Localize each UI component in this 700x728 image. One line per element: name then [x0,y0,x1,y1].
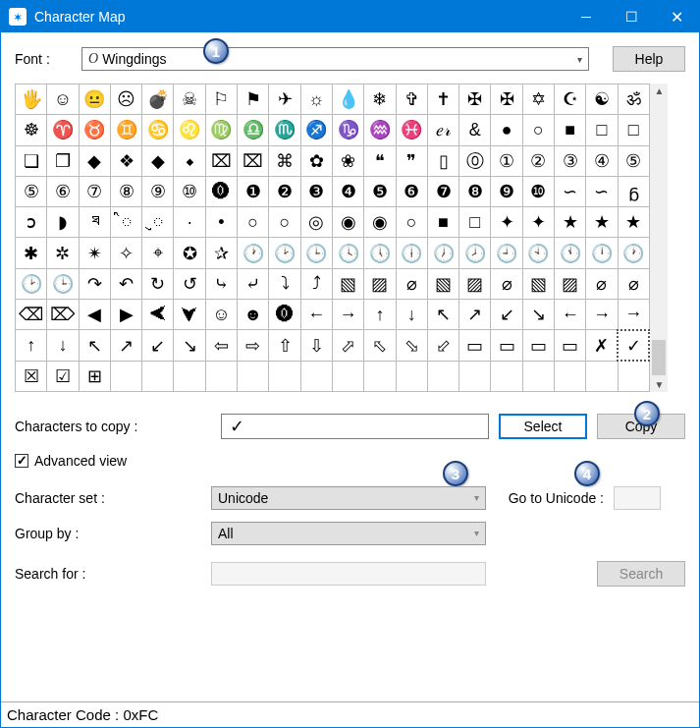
char-cell[interactable]: □ [459,207,491,238]
char-cell[interactable]: ⊞ [79,361,110,391]
char-cell[interactable]: ▨ [459,268,491,299]
char-cell[interactable]: ← [300,300,332,330]
char-cell[interactable]: ❺ [364,176,396,206]
char-cell[interactable]: ② [522,145,554,176]
char-cell[interactable]: ུ [142,207,174,238]
char-cell[interactable]: ✿ [300,145,332,176]
char-cell[interactable]: 🕒 [47,268,79,299]
char-cell[interactable]: 🕐 [618,238,649,268]
char-cell[interactable]: ↙ [142,330,174,361]
char-cell[interactable]: 🖐 [16,84,47,115]
char-cell[interactable]: 🕔 [364,238,396,268]
char-cell[interactable]: ▭ [459,330,491,361]
char-cell[interactable]: ↻ [142,268,174,299]
char-cell[interactable]: ❐ [47,145,79,176]
char-cell[interactable] [396,361,427,391]
font-combo[interactable]: O Wingdings ▾ [81,47,589,71]
scroll-up-icon[interactable]: ▲ [654,85,664,96]
char-cell[interactable]: ⤵ [269,268,300,299]
char-cell[interactable]: → [618,300,649,330]
char-cell[interactable]: ∽ [586,176,618,206]
char-cell[interactable]: ☺ [205,300,237,330]
char-cell[interactable]: 𝑒𝓇 [427,115,458,145]
char-cell[interactable]: ♓ [396,115,427,145]
char-cell[interactable]: 🕖 [427,238,458,268]
char-cell[interactable]: ✝ [427,84,458,115]
char-cell[interactable]: ↖ [427,300,458,330]
char-cell[interactable]: ☪ [555,84,586,115]
char-cell[interactable]: → [332,300,363,330]
char-cell[interactable]: & [459,115,491,145]
minimize-button[interactable]: ─ [564,1,609,32]
char-cell[interactable]: ☻ [238,300,269,330]
char-cell[interactable]: ⓪ [459,145,491,176]
char-cell[interactable]: ⮜ [142,300,174,330]
char-cell[interactable]: ○ [269,207,300,238]
char-cell[interactable]: 🕕 [396,238,427,268]
char-cell[interactable]: ❏ [16,145,47,176]
char-cell[interactable] [522,361,554,391]
char-cell[interactable]: 🕘 [491,238,522,268]
help-button[interactable]: Help [613,46,685,72]
char-cell[interactable]: ♉ [79,115,110,145]
char-cell[interactable]: ↷ [79,268,110,299]
char-cell[interactable]: ཐ [79,207,110,238]
char-cell[interactable]: ✪ [174,238,205,268]
char-cell[interactable]: ▭ [522,330,554,361]
char-cell[interactable]: ☼ [300,84,332,115]
char-cell[interactable]: ◎ [300,207,332,238]
char-cell[interactable]: ▭ [555,330,586,361]
char-cell[interactable]: 🕑 [269,238,300,268]
char-cell[interactable] [300,361,332,391]
char-cell[interactable]: ⌘ [269,145,300,176]
char-cell[interactable]: 🕚 [555,238,586,268]
char-cell[interactable]: ★ [586,207,618,238]
char-cell[interactable]: ♍ [205,115,237,145]
char-cell[interactable]: ✴ [79,238,110,268]
char-cell[interactable]: ❸ [300,176,332,206]
char-cell[interactable]: ♈ [47,115,79,145]
advanced-view-checkbox[interactable]: ✓ [15,454,28,468]
char-cell[interactable]: → [586,300,618,330]
char-cell[interactable]: ◗ [47,207,79,238]
char-cell[interactable] [110,361,141,391]
char-cell[interactable]: ⑦ [79,176,110,206]
char-cell[interactable]: ᵷ [618,176,649,206]
char-cell[interactable]: ♎ [238,115,269,145]
char-cell[interactable]: ⌀ [491,268,522,299]
char-cell[interactable]: ⇧ [269,330,300,361]
char-cell[interactable]: ❄ [364,84,396,115]
char-cell[interactable]: ི [110,207,141,238]
char-cell[interactable]: ᴐ [16,207,47,238]
char-cell[interactable]: ▧ [427,268,458,299]
char-cell[interactable]: ✡ [522,84,554,115]
char-cell[interactable]: · [174,207,205,238]
select-button[interactable]: Select [499,414,587,439]
goto-unicode-input[interactable] [614,486,661,510]
char-cell[interactable]: ○ [396,207,427,238]
char-cell[interactable] [364,361,396,391]
char-cell[interactable]: ◉ [332,207,363,238]
char-cell[interactable]: ↺ [174,268,205,299]
char-cell[interactable] [555,361,586,391]
char-cell[interactable]: 🕙 [522,238,554,268]
search-button[interactable]: Search [597,561,685,587]
char-cell[interactable]: ✗ [586,330,618,361]
char-cell[interactable]: ⑩ [174,176,205,206]
char-cell[interactable]: ◉ [364,207,396,238]
char-cell[interactable]: ❾ [491,176,522,206]
char-cell[interactable]: ✓ [618,330,649,361]
char-cell[interactable]: ♑ [332,115,363,145]
char-cell[interactable]: ▧ [332,268,363,299]
char-cell[interactable]: ❽ [459,176,491,206]
char-cell[interactable] [427,361,458,391]
char-cell[interactable]: ● [491,115,522,145]
char-cell[interactable]: ⌀ [586,268,618,299]
char-cell[interactable]: ♊ [110,115,141,145]
char-cell[interactable]: ⌧ [205,145,237,176]
char-cell[interactable]: ⇩ [300,330,332,361]
char-cell[interactable]: ⑨ [142,176,174,206]
char-cell[interactable]: ☑ [47,361,79,391]
groupby-combo[interactable]: All▾ [211,522,486,545]
char-cell[interactable] [332,361,363,391]
